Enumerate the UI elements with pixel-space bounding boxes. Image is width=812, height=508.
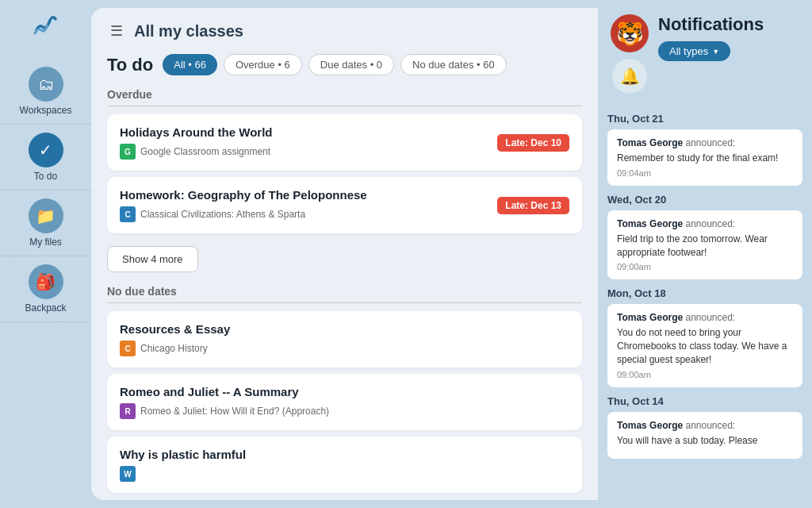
sidebar-item-myfiles-label: My files: [29, 237, 62, 248]
main-panel: ☰ All my classes To do All • 66 Overdue …: [91, 8, 598, 500]
task-card-resources[interactable]: Resources & Essay C Chicago History: [107, 311, 582, 368]
task-card-geography[interactable]: Homework: Geography of The Peloponnese C…: [107, 177, 582, 233]
task-info-geography: Homework: Geography of The Peloponnese C…: [120, 188, 367, 222]
avatar[interactable]: 🐯: [611, 14, 649, 52]
notif-card-0-0: Tomas George announced: Remember to stud…: [607, 129, 802, 186]
task-class-resources: C Chicago History: [120, 341, 230, 356]
todo-title: To do: [107, 55, 153, 75]
notifications-title: Notifications: [658, 14, 799, 35]
sidebar-item-todo[interactable]: ✓ To do: [0, 125, 91, 190]
notif-sender-2-0: Tomas George announced:: [617, 312, 793, 323]
late-badge-holidays: Late: Dec 10: [497, 134, 569, 152]
page-title: All my classes: [134, 22, 243, 40]
notif-card-1-0: Tomas George announced: Field trip to th…: [607, 210, 802, 280]
class-icon-holidays: G: [120, 144, 136, 160]
notif-card-3-0: Tomas George announced: You will have a …: [607, 412, 802, 459]
task-card-holidays[interactable]: Holidays Around the World G Google Class…: [107, 114, 582, 171]
all-types-button[interactable]: All types: [658, 41, 730, 61]
task-card-plastic[interactable]: Why is plastic harmful W: [107, 437, 582, 493]
class-label-romeo: Romeo & Juliet: How Will it End? (Approa…: [140, 406, 329, 417]
class-label-resources: Chicago History: [140, 343, 208, 354]
last-updated: Last updated 2 minutes ago: [107, 499, 582, 500]
task-class-romeo: R Romeo & Juliet: How Will it End? (Appr…: [120, 403, 329, 419]
hamburger-button[interactable]: ☰: [107, 19, 126, 43]
notif-time-1-0: 09:00am: [617, 262, 793, 271]
task-class-holidays: G Google Classroom assignment: [120, 144, 273, 160]
notif-sender-3-0: Tomas George announced:: [617, 420, 793, 431]
backpack-icon: 🎒: [29, 264, 63, 299]
notif-time-2-0: 09:00am: [617, 370, 793, 379]
todo-icon: ✓: [29, 133, 63, 167]
task-info-resources: Resources & Essay C Chicago History: [120, 322, 230, 356]
notif-card-2-0: Tomas George announced: You do not need …: [607, 304, 802, 387]
sidebar-item-workspaces-label: Workspaces: [20, 105, 72, 116]
task-title-geography: Homework: Geography of The Peloponnese: [120, 188, 367, 202]
task-title-resources: Resources & Essay: [120, 322, 230, 336]
filter-all[interactable]: All • 66: [163, 54, 217, 75]
task-title-holidays: Holidays Around the World: [120, 125, 273, 139]
overdue-section-header: Overdue: [107, 88, 582, 106]
app-logo: [30, 8, 62, 43]
sidebar-item-backpack[interactable]: 🎒 Backpack: [0, 256, 91, 322]
notif-date-mon-oct18: Mon, Oct 18: [607, 287, 802, 299]
sidebar-item-todo-label: To do: [34, 171, 57, 182]
myfiles-icon: 📁: [29, 198, 63, 233]
notif-body-1-0: Field trip to the zoo tomorrow. Wear app…: [617, 233, 793, 260]
class-icon-romeo: R: [120, 403, 136, 419]
notif-date-thu-oct21: Thu, Oct 21: [607, 113, 802, 125]
sidebar-item-backpack-label: Backpack: [25, 302, 66, 314]
notifications-header: 🐯 🔔 Notifications All types: [598, 8, 812, 100]
class-icon-geography: C: [120, 206, 136, 222]
class-label-holidays: Google Classroom assignment: [140, 146, 270, 157]
notif-sender-1-0: Tomas George announced:: [617, 218, 793, 229]
notif-date-wed-oct20: Wed, Oct 20: [607, 194, 802, 206]
bell-button[interactable]: 🔔: [612, 59, 647, 94]
sidebar: 🗂 Workspaces ✓ To do 📁 My files 🎒 Backpa…: [0, 0, 91, 508]
top-bar: ☰ All my classes: [91, 8, 598, 54]
workspaces-icon: 🗂: [29, 67, 63, 102]
sidebar-item-myfiles[interactable]: 📁 My files: [0, 190, 91, 256]
class-icon-plastic: W: [120, 466, 136, 482]
content-area: To do All • 66 Overdue • 6 Due dates • 0…: [91, 54, 598, 500]
notif-body-0-0: Remember to study for the final exam!: [617, 152, 793, 165]
notifications-list: Thu, Oct 21 Tomas George announced: Reme…: [598, 105, 812, 500]
todo-header: To do All • 66 Overdue • 6 Due dates • 0…: [107, 54, 582, 75]
notif-header-area: Notifications All types: [658, 14, 799, 61]
notif-sender-0-0: Tomas George announced:: [617, 137, 793, 148]
filter-pills: All • 66 Overdue • 6 Due dates • 0 No du…: [163, 54, 506, 75]
sidebar-item-workspaces[interactable]: 🗂 Workspaces: [0, 59, 91, 125]
filter-duedates[interactable]: Due dates • 0: [308, 54, 394, 75]
notif-time-0-0: 09:04am: [617, 168, 793, 178]
task-class-geography: C Classical Civilizations: Athens & Spar…: [120, 206, 367, 222]
task-info-plastic: Why is plastic harmful W: [120, 448, 246, 482]
notif-date-thu-oct14: Thu, Oct 14: [607, 395, 802, 407]
task-title-plastic: Why is plastic harmful: [120, 448, 246, 461]
class-label-geography: Classical Civilizations: Athens & Sparta: [140, 209, 305, 220]
class-icon-resources: C: [120, 341, 136, 356]
late-badge-geography: Late: Dec 13: [497, 197, 569, 214]
task-title-romeo: Romeo and Juliet -- A Summary: [120, 385, 329, 398]
notifications-panel: 🐯 🔔 Notifications All types Thu, Oct 21 …: [598, 0, 812, 508]
filter-noduedates[interactable]: No due dates • 60: [400, 54, 507, 75]
avatar-area: 🐯 🔔: [611, 14, 649, 94]
show-more-button[interactable]: Show 4 more: [107, 246, 198, 272]
task-card-romeo[interactable]: Romeo and Juliet -- A Summary R Romeo & …: [107, 374, 582, 430]
filter-overdue[interactable]: Overdue • 6: [224, 54, 302, 75]
notif-body-3-0: You will have a sub today. Please: [617, 434, 793, 448]
task-info-holidays: Holidays Around the World G Google Class…: [120, 125, 273, 160]
notif-body-2-0: You do not need to bring your Chromebook…: [617, 326, 793, 366]
task-class-plastic: W: [120, 466, 246, 482]
task-info-romeo: Romeo and Juliet -- A Summary R Romeo & …: [120, 385, 329, 419]
noduedates-section-header: No due dates: [107, 285, 582, 303]
